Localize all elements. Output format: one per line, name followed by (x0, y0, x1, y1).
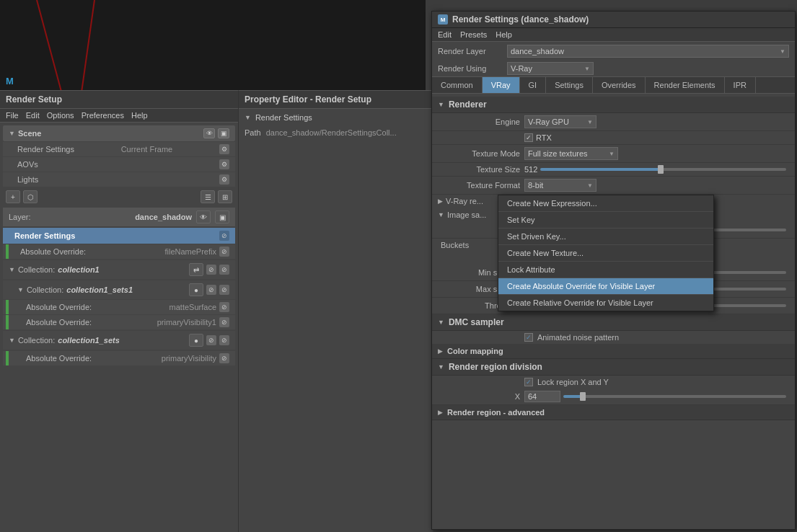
texture-format-row: Texture Format 8-bit ▼ (432, 177, 795, 195)
coll1-icon1[interactable]: ⇄ (189, 263, 203, 276)
lights-gear-icon[interactable]: ⚙ (219, 174, 229, 185)
coll1sets2-icon3[interactable]: ⊘ (219, 335, 229, 345)
render-region-section[interactable]: ▼ Render region division (432, 359, 795, 376)
render-using-row: Render Using V-Ray ▼ (432, 61, 795, 77)
coll1-icon3[interactable]: ⊘ (219, 265, 229, 275)
rs-label: Render Settings (17, 145, 74, 154)
coll1sets2-icon1[interactable]: ● (189, 334, 203, 347)
tab-gi[interactable]: GI (520, 77, 547, 93)
coll1sets-icon3[interactable]: ⊘ (219, 285, 229, 295)
ao-matte-label: Absolute Override: (26, 303, 167, 311)
ctx-item-6[interactable]: Create Relative Override for Visible Lay… (498, 295, 713, 311)
tab-settings[interactable]: Settings (546, 77, 593, 93)
ctx-item-1[interactable]: Set Key (498, 212, 713, 229)
texture-mode-row: Texture Mode Full size textures ▼ (432, 145, 795, 163)
menu-edit[interactable]: Edit (26, 111, 40, 120)
toolbar-grid-icon[interactable]: ⊞ (218, 190, 232, 203)
rs-gear-icon[interactable]: ⚙ (219, 144, 229, 154)
rs-window-icon: M (438, 14, 448, 25)
render-layer-row: Render Layer dance_shadow ▼ (432, 42, 795, 61)
ao-pv1-gear-icon[interactable]: ⊘ (219, 317, 229, 327)
maya-logo: M (6, 76, 14, 87)
dmc-arrow-icon: ▼ (438, 319, 444, 326)
x-slider[interactable] (563, 395, 786, 398)
ao-pv2-gear-icon[interactable]: ⊘ (219, 353, 229, 363)
property-editor-panel: Property Editor - Render Setup ▼ Render … (238, 90, 433, 532)
menu-options[interactable]: Options (47, 111, 74, 120)
tab-common[interactable]: Common (432, 77, 483, 93)
renderer-section-header[interactable]: ▼ Renderer (432, 97, 795, 113)
menu-preferences[interactable]: Preferences (82, 111, 124, 120)
rs-menu-help[interactable]: Help (496, 30, 512, 39)
toolbar-list-icon[interactable]: ☰ (201, 190, 215, 203)
image-sa-label: Image sa... (447, 210, 486, 219)
ao1-gear-icon[interactable]: ⊘ (219, 247, 229, 257)
texture-size-label: Texture Size (441, 165, 520, 174)
texture-format-value: 8-bit (528, 181, 543, 190)
lock-region-checkbox[interactable]: ✓ (524, 378, 533, 386)
ao1-label: Absolute Override: (20, 247, 162, 256)
scene-render-icon[interactable]: ▣ (218, 128, 229, 138)
toolbar-row: + ⬡ ☰ ⊞ (0, 187, 238, 206)
engine-dropdown[interactable]: V-Ray GPU ▼ (524, 115, 596, 128)
toolbar-link-icon[interactable]: ⬡ (23, 190, 38, 203)
layer-render-icon[interactable]: ▣ (215, 210, 229, 223)
ctx-item-3[interactable]: Create New Texture... (498, 245, 713, 262)
coll1sets-icon1[interactable]: ● (189, 283, 203, 296)
render-region-label: Render region division (449, 362, 542, 372)
tab-overrides[interactable]: Overrides (593, 77, 646, 93)
absolute-override-1-row: Absolute Override: fileNamePrefix ⊘ (3, 244, 235, 259)
toolbar-add-icon[interactable]: + (6, 190, 20, 203)
animated-noise-checkbox[interactable]: ✓ (524, 333, 533, 342)
x-input[interactable] (524, 391, 560, 402)
rs-menu-edit[interactable]: Edit (438, 30, 452, 39)
vray-re-label: V-Ray re... (446, 197, 483, 205)
rtx-row: ✓ RTX (432, 131, 795, 145)
tab-ipr[interactable]: IPR (725, 77, 756, 93)
texture-format-label: Texture Format (441, 181, 520, 190)
rtx-checkbox[interactable]: ✓ (524, 133, 533, 142)
ctx-item-2[interactable]: Set Driven Key... (498, 229, 713, 245)
texture-format-dd-arrow: ▼ (587, 182, 593, 189)
coll1sets-icon2[interactable]: ⊘ (206, 285, 216, 295)
render-layer-value: dance_shadow (511, 47, 564, 56)
ao-pv2-label: Absolute Override: (26, 354, 159, 363)
dmc-sampler-section[interactable]: ▼ DMC sampler (432, 314, 795, 331)
animated-noise-row: ✓ Animated noise pattern (432, 331, 795, 344)
texture-format-dropdown[interactable]: 8-bit ▼ (524, 179, 596, 192)
ctx-item-0[interactable]: Create New Expression... (498, 195, 713, 212)
render-settings-node-no-icon[interactable]: ⊘ (219, 231, 229, 241)
texture-size-slider[interactable] (540, 168, 786, 171)
coll1-arrow-icon: ▼ (9, 266, 15, 273)
pe-rs-label: Render Settings (255, 113, 312, 122)
texture-mode-dd-arrow: ▼ (609, 151, 615, 157)
render-region-advanced-section[interactable]: ▶ Render region - advanced (432, 405, 795, 420)
menu-help[interactable]: Help (131, 111, 148, 120)
color-mapping-label: Color mapping (447, 347, 503, 355)
color-mapping-section[interactable]: ▶ Color mapping (432, 344, 795, 359)
tab-vray[interactable]: VRay (483, 77, 520, 93)
coll1sets2-icon2[interactable]: ⊘ (206, 335, 216, 345)
render-using-label: Render Using (438, 64, 503, 73)
render-using-dropdown[interactable]: V-Ray ▼ (507, 62, 594, 75)
layer-visibility-icon[interactable]: 👁 (196, 210, 211, 223)
ao-matte-gear-icon[interactable]: ⊘ (219, 302, 229, 312)
coll1-icon2[interactable]: ⊘ (206, 265, 216, 275)
render-layer-dropdown[interactable]: dance_shadow ▼ (507, 45, 789, 58)
lights-label: Lights (17, 175, 38, 184)
engine-value: V-Ray GPU (528, 118, 569, 126)
aovs-gear-icon[interactable]: ⚙ (219, 159, 229, 169)
scene-header[interactable]: ▼ Scene 👁 ▣ (3, 125, 235, 141)
scene-label: Scene (18, 129, 41, 138)
tab-render-elements[interactable]: Render Elements (646, 77, 725, 93)
menu-file[interactable]: File (6, 111, 19, 120)
render-setup-title: Render Setup (0, 91, 238, 109)
scene-visibility-icon[interactable]: 👁 (203, 128, 215, 138)
layer-label: Layer: (9, 213, 131, 221)
texture-mode-dropdown[interactable]: Full size textures ▼ (524, 147, 618, 160)
ctx-item-4[interactable]: Lock Attribute (498, 262, 713, 278)
render-settings-node-row[interactable]: Render Settings ⊘ (3, 228, 235, 244)
aovs-row: AOVs ⚙ (3, 157, 235, 172)
rs-menu-presets[interactable]: Presets (460, 30, 487, 39)
ctx-item-5[interactable]: Create Absolute Override for Visible Lay… (498, 278, 713, 295)
